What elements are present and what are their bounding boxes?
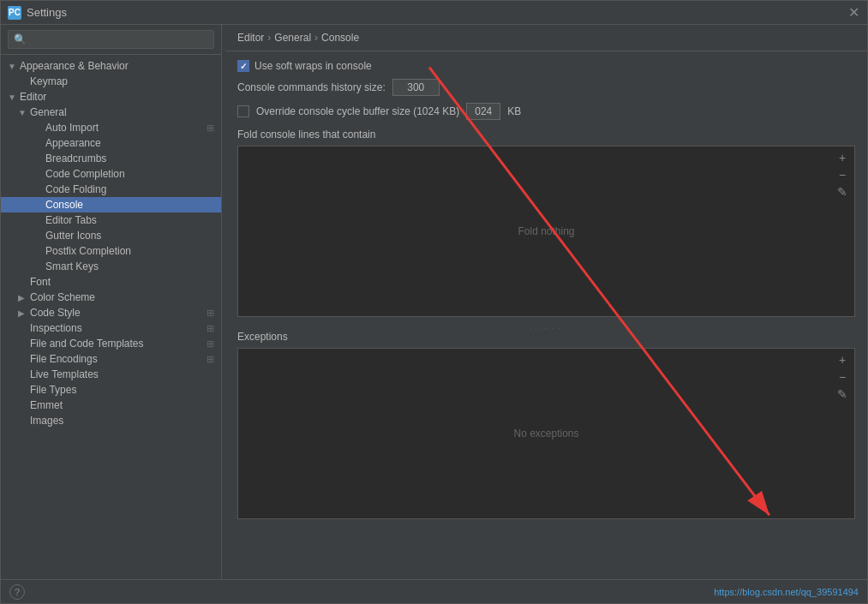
close-button[interactable]: ✕	[847, 6, 860, 20]
kb-label: KB	[507, 105, 521, 117]
sidebar-item-code-folding[interactable]: Code Folding	[1, 182, 221, 197]
sidebar-label-file-encodings: File Encodings	[30, 353, 98, 365]
sidebar-label-editor-tabs: Editor Tabs	[45, 214, 97, 226]
exceptions-empty-label: No exceptions	[238, 349, 854, 518]
titlebar: PC Settings ✕	[1, 1, 867, 25]
arrow-icon-color-scheme: ▶	[18, 293, 27, 302]
soft-wraps-row: ✓ Use soft wraps in console	[237, 60, 855, 72]
arrow-icon-editor: ▼	[8, 93, 16, 102]
sidebar-item-font[interactable]: Font	[1, 274, 221, 290]
sidebar-item-code-style[interactable]: ▶Code Style⊞	[1, 305, 221, 320]
history-value-input[interactable]	[392, 79, 440, 96]
help-button[interactable]: ?	[9, 584, 25, 600]
app-icon: PC	[8, 6, 21, 20]
search-input[interactable]	[8, 30, 214, 49]
sidebar-icon-after-code-style: ⊞	[207, 308, 214, 319]
settings-content: ✓ Use soft wraps in console Console comm…	[225, 51, 867, 579]
sidebar-icon-after-file-code-templates: ⊞	[207, 338, 214, 350]
sidebar-item-keymap[interactable]: Keymap	[1, 74, 221, 89]
sidebar-label-file-code-templates: File and Code Templates	[30, 338, 144, 350]
history-label: Console commands history size:	[237, 81, 386, 93]
fold-add-button[interactable]: +	[834, 150, 851, 165]
sidebar-item-file-types[interactable]: File Types	[1, 382, 221, 398]
sidebar-item-auto-import[interactable]: Auto Import⊞	[1, 120, 221, 135]
sidebar-label-console: Console	[45, 199, 83, 211]
exc-edit-button[interactable]: ✎	[834, 386, 851, 402]
sidebar-item-appearance[interactable]: Appearance	[1, 135, 221, 151]
sidebar-label-appearance: Appearance	[45, 137, 101, 149]
fold-empty-label: Fold nothing	[238, 147, 854, 316]
override-buffer-row: Override console cycle buffer size (1024…	[237, 103, 855, 120]
settings-window: PC Settings ✕ ▼Appearance & BehaviorKeym…	[0, 0, 868, 604]
override-label: Override console cycle buffer size (1024…	[256, 105, 459, 117]
sidebar-item-gutter-icons[interactable]: Gutter Icons	[1, 228, 221, 243]
sidebar-label-inspections: Inspections	[30, 322, 82, 334]
sidebar-item-postfix-completion[interactable]: Postfix Completion	[1, 243, 221, 259]
sidebar-item-smart-keys[interactable]: Smart Keys	[1, 259, 221, 274]
breadcrumb: Editor › General › Console	[225, 25, 867, 51]
sidebar-label-live-templates: Live Templates	[30, 368, 99, 380]
breadcrumb-console: Console	[321, 32, 359, 44]
exceptions-panel: + − ✎ No exceptions	[237, 348, 855, 519]
exceptions-toolbar: + − ✎	[834, 352, 851, 402]
arrow-icon-appearance-behavior: ▼	[8, 62, 16, 71]
sidebar-label-appearance-behavior: Appearance & Behavior	[20, 60, 129, 72]
sidebar-item-editor-tabs[interactable]: Editor Tabs	[1, 212, 221, 228]
sidebar-label-keymap: Keymap	[30, 75, 68, 87]
exceptions-section-label: Exceptions	[237, 331, 855, 343]
sidebar-item-console[interactable]: Console	[1, 197, 221, 212]
sidebar-label-code-completion: Code Completion	[45, 168, 125, 180]
sidebar-label-font: Font	[30, 276, 51, 288]
arrow-icon-general: ▼	[18, 108, 27, 117]
history-size-row: Console commands history size:	[237, 79, 855, 96]
sidebar-label-code-folding: Code Folding	[45, 183, 106, 195]
sidebar-label-code-style: Code Style	[30, 307, 81, 319]
sidebar-item-code-completion[interactable]: Code Completion	[1, 166, 221, 182]
sidebar-label-color-scheme: Color Scheme	[30, 291, 95, 303]
sidebar-label-auto-import: Auto Import	[45, 122, 99, 134]
search-box	[1, 25, 221, 55]
fold-remove-button[interactable]: −	[834, 167, 851, 182]
arrow-icon-code-style: ▶	[18, 308, 27, 318]
override-checkbox[interactable]	[237, 105, 249, 117]
fold-edit-button[interactable]: ✎	[834, 184, 851, 200]
sidebar-icon-after-auto-import: ⊞	[207, 123, 214, 134]
window-title: Settings	[27, 6, 847, 19]
sidebar-item-file-code-templates[interactable]: File and Code Templates⊞	[1, 336, 221, 351]
sidebar-item-inspections[interactable]: Inspections⊞	[1, 320, 221, 336]
sidebar-icon-after-file-encodings: ⊞	[207, 354, 214, 365]
exc-add-button[interactable]: +	[834, 352, 851, 368]
exc-remove-button[interactable]: −	[834, 369, 851, 385]
override-value-input[interactable]	[466, 103, 500, 120]
sidebar-item-emmet[interactable]: Emmet	[1, 398, 221, 413]
sidebar-item-file-encodings[interactable]: File Encodings⊞	[1, 351, 221, 367]
sidebar-item-images[interactable]: Images	[1, 413, 221, 428]
soft-wraps-checkbox-wrap: ✓ Use soft wraps in console	[237, 60, 372, 72]
sidebar-label-general: General	[30, 106, 67, 118]
check-mark: ✓	[240, 62, 247, 71]
settings-tree: ▼Appearance & BehaviorKeymap▼Editor▼Gene…	[1, 55, 221, 579]
fold-section-label: Fold console lines that contain	[237, 129, 855, 141]
sidebar: ▼Appearance & BehaviorKeymap▼Editor▼Gene…	[1, 25, 222, 579]
breadcrumb-editor: Editor	[237, 32, 264, 44]
sidebar-label-postfix-completion: Postfix Completion	[45, 245, 131, 257]
sidebar-item-live-templates[interactable]: Live Templates	[1, 367, 221, 382]
bottom-link[interactable]: https://blog.csdn.net/qq_39591494	[714, 587, 859, 597]
sidebar-label-breadcrumbs: Breadcrumbs	[45, 152, 106, 164]
breadcrumb-general: General	[274, 32, 311, 44]
sidebar-label-smart-keys: Smart Keys	[45, 260, 99, 272]
sidebar-item-general[interactable]: ▼General	[1, 105, 221, 120]
sidebar-item-breadcrumbs[interactable]: Breadcrumbs	[1, 151, 221, 166]
sidebar-label-editor: Editor	[20, 91, 46, 103]
sidebar-item-editor[interactable]: ▼Editor	[1, 89, 221, 105]
soft-wraps-label: Use soft wraps in console	[254, 60, 372, 72]
sidebar-icon-after-inspections: ⊞	[207, 323, 214, 334]
fold-panel: + − ✎ Fold nothing	[237, 146, 855, 317]
soft-wraps-checkbox[interactable]: ✓	[237, 60, 249, 72]
sidebar-item-color-scheme[interactable]: ▶Color Scheme	[1, 290, 221, 305]
sidebar-item-appearance-behavior[interactable]: ▼Appearance & Behavior	[1, 58, 221, 74]
sidebar-label-file-types: File Types	[30, 384, 76, 396]
breadcrumb-sep-1: ›	[267, 32, 271, 44]
fold-toolbar: + − ✎	[834, 150, 851, 200]
sidebar-label-images: Images	[30, 415, 63, 427]
